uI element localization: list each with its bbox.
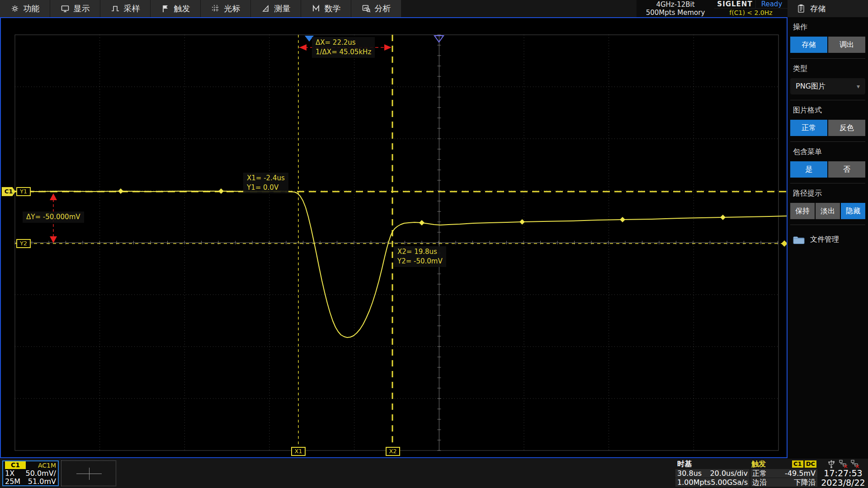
status-bar: C1 AC1M 1X 50.0mV/ 25M 51.0mV 时基 30.8us … xyxy=(0,459,868,488)
lan-icon-disconnected: ✕ xyxy=(839,460,847,469)
menu-item-cursor[interactable]: 光标 xyxy=(201,0,251,17)
arrow-left-head xyxy=(299,44,307,51)
folder-icon xyxy=(793,235,805,244)
display-icon xyxy=(61,4,70,13)
path-fade-button[interactable]: 淡出 xyxy=(816,203,840,219)
trigger-slope: 下降沿 xyxy=(794,478,816,487)
trace-marker-diamond xyxy=(620,217,625,222)
math-icon xyxy=(311,4,321,13)
menu-label: 测量 xyxy=(274,3,291,14)
cursor-x2-tag[interactable]: X2 xyxy=(386,447,400,456)
model-line1: 4GHz-12Bit xyxy=(637,0,714,9)
timebase-points: 1.00Mpts xyxy=(677,478,711,487)
channel1-descriptor[interactable]: C1 AC1M 1X 50.0mV/ 25M 51.0mV xyxy=(2,460,59,486)
trigger-type: 边沿 xyxy=(752,478,767,487)
trigger-level: -49.5mV xyxy=(785,469,816,478)
cursor-x1-tag[interactable]: X1 xyxy=(291,447,306,456)
trace-marker-diamond xyxy=(118,188,123,194)
menu-bar: 功能 显示 采样 触发 光标 测量 数学 分析 xyxy=(0,0,868,17)
channel1-bandwidth: 25M xyxy=(5,478,20,486)
include-menu-no-button[interactable]: 否 xyxy=(828,161,865,178)
file-manager-button[interactable]: 文件管理 xyxy=(790,225,865,244)
format-normal-button[interactable]: 正常 xyxy=(790,120,827,136)
cursor-y2-handle[interactable] xyxy=(781,240,787,247)
arrow-up-head xyxy=(50,193,57,200)
section-label-path-hint: 路径提示 xyxy=(790,183,865,203)
menu-label: 数学 xyxy=(325,3,341,14)
arrow-down-head xyxy=(50,236,57,243)
timebase-samplerate: 5.00GSa/s xyxy=(711,478,748,487)
menu-label: 功能 xyxy=(24,3,40,14)
channel1-probe: 1X xyxy=(5,469,14,478)
menu-item-function[interactable]: 功能 xyxy=(0,0,50,17)
acquisition-status: Ready xyxy=(756,0,788,8)
timebase-title: 时基 xyxy=(675,460,750,469)
scope-display: ΔX= 22.2us 1/ΔX= 45.05kHz X1= -2.4us Y1=… xyxy=(0,17,788,458)
recall-button[interactable]: 调出 xyxy=(828,37,865,53)
section-label-operation: 操作 xyxy=(790,17,865,37)
storage-panel-header: 存储 xyxy=(788,0,868,17)
trigger-flag-icon xyxy=(161,4,170,13)
menu-label: 触发 xyxy=(174,3,190,14)
timebase-scale: 20.0us/div xyxy=(710,469,748,478)
channel1-scale: 50.0mV/ xyxy=(25,469,56,478)
cursor-y2-tag[interactable]: Y2 xyxy=(16,239,31,248)
menu-item-analysis[interactable]: 分析 xyxy=(351,0,401,17)
menu-item-trigger[interactable]: 触发 xyxy=(151,0,201,17)
add-channel-slot[interactable] xyxy=(61,460,116,486)
save-button[interactable]: 存储 xyxy=(790,37,827,53)
x1-y1-readout: X1= -2.4us Y1= 0.0V xyxy=(243,173,288,193)
system-date: 2023/8/22 xyxy=(821,478,866,488)
clipboard-icon xyxy=(797,4,805,13)
analysis-icon xyxy=(362,4,371,13)
waveform-plot xyxy=(1,18,787,457)
file-type-dropdown[interactable]: PNG图片 ▾ xyxy=(790,78,865,94)
menu-item-acquire[interactable]: 采样 xyxy=(100,0,151,17)
trace-marker-diamond xyxy=(720,215,726,220)
x2-y2-readout: X2= 19.8us Y2= -50.0mV xyxy=(394,246,446,267)
channel1-offset: 51.0mV xyxy=(28,478,56,486)
chevron-down-icon: ▾ xyxy=(857,83,860,90)
trace-marker-diamond xyxy=(519,219,525,225)
brand-block: SIGLENT Ready f(C1) < 2.0Hz xyxy=(714,0,788,17)
format-invert-button[interactable]: 反色 xyxy=(828,120,865,136)
model-line2: 500Mpts Memory xyxy=(637,9,714,17)
menu-label: 光标 xyxy=(224,3,241,14)
timebase-delay: 30.8us xyxy=(677,469,702,478)
acquire-icon xyxy=(111,4,120,13)
trigger-mode: 正常 xyxy=(752,469,767,478)
cursor-icon xyxy=(211,4,220,13)
path-hide-button[interactable]: 隐藏 xyxy=(841,203,865,219)
file-manager-label: 文件管理 xyxy=(810,235,839,244)
timebase-descriptor[interactable]: 时基 30.8us 20.0us/div 1.00Mpts 5.00GSa/s xyxy=(675,460,750,487)
delta-x-readout: ΔX= 22.2us 1/ΔX= 45.05kHz xyxy=(312,37,375,58)
siglent-logo: SIGLENT xyxy=(714,0,756,8)
delta-y-readout: ΔY= -50.000mV xyxy=(23,211,84,223)
gear-icon xyxy=(10,4,19,13)
menu-label: 分析 xyxy=(375,3,391,14)
network-icon-disconnected: ✕ xyxy=(850,460,859,469)
model-info: 4GHz-12Bit 500Mpts Memory xyxy=(637,0,714,17)
channel1-badge: C1 xyxy=(5,461,26,469)
cursor-y1-tag[interactable]: Y1 xyxy=(16,187,31,196)
section-label-type: 类型 xyxy=(790,59,865,78)
menu-label: 显示 xyxy=(74,3,90,14)
clock-block: ✕ ✕ 17:27:53 2023/8/22 xyxy=(821,460,866,488)
trigger-coupling-badge: DC xyxy=(805,460,816,468)
channel1-coupling: AC1M xyxy=(38,461,56,469)
arrow-right-head xyxy=(384,44,392,51)
trigger-descriptor[interactable]: 触发 C1 DC 正常 -49.5mV 边沿 下降沿 xyxy=(750,460,817,487)
panel-title: 存储 xyxy=(810,4,826,14)
section-label-image-format: 图片格式 xyxy=(790,100,865,120)
menu-item-measure[interactable]: 测量 xyxy=(251,0,301,17)
usb-icon xyxy=(828,460,835,468)
menu-item-math[interactable]: 数学 xyxy=(301,0,351,17)
menu-item-display[interactable]: 显示 xyxy=(50,0,100,17)
storage-panel: 存储 操作 存储 调出 类型 PNG图片 ▾ 图片格式 正常 反色 包含菜单 是… xyxy=(788,0,868,459)
trace-marker-diamond xyxy=(419,220,425,225)
path-keep-button[interactable]: 保持 xyxy=(790,203,815,219)
trace-marker-diamond xyxy=(218,188,224,194)
include-menu-yes-button[interactable]: 是 xyxy=(790,161,827,178)
section-label-include-menu: 包含菜单 xyxy=(790,142,865,161)
trigger-title: 触发 xyxy=(751,460,766,469)
